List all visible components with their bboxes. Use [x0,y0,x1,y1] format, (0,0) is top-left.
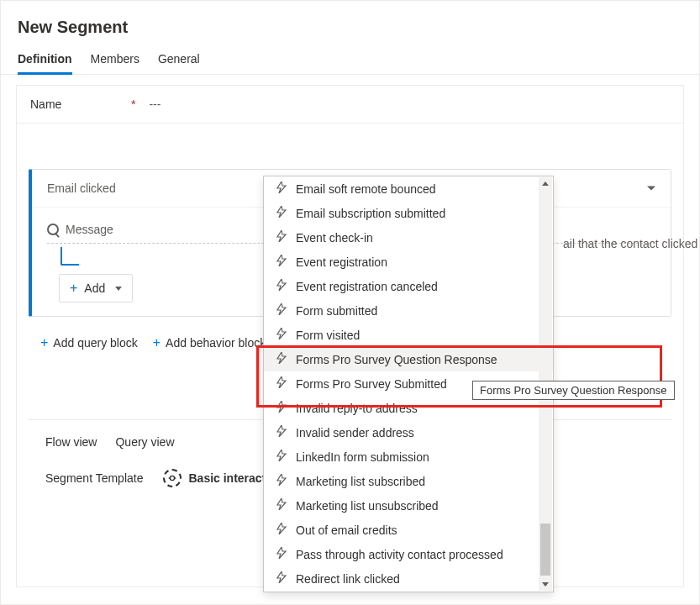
bolt-icon [276,352,287,366]
dropdown-option[interactable]: Form submitted [264,298,553,323]
bolt-icon [276,279,287,293]
dropdown-option-label: Invalid sender address [296,426,414,439]
dropdown-option[interactable]: Out of email credits [264,518,553,542]
bolt-icon [276,547,287,561]
dropdown-option[interactable]: Invalid sender address [264,420,553,445]
dropdown-option[interactable]: Email soft remote bounced [264,176,553,201]
name-field-row: Name * --- [17,86,683,124]
dropdown-option[interactable]: Event registration [264,250,553,274]
dropdown-option-label: Marketing list unsubscribed [296,499,439,513]
tab-members[interactable]: Members [91,52,139,74]
dropdown-option-label: Out of email credits [296,523,397,537]
add-behavior-block-button[interactable]: + Add behavior block [153,335,266,350]
dropdown-option-label: Form submitted [296,304,377,318]
dropdown-option-label: Marketing list subscribed [296,475,425,488]
name-value[interactable]: --- [149,97,161,111]
bolt-icon [276,474,287,488]
chevron-down-icon [115,287,122,291]
bolt-icon [276,328,287,342]
dropdown-option[interactable]: Form visited [264,323,553,347]
dropdown-option-label: Forms Pro Survey Question Response [296,353,497,366]
bolt-icon [276,255,287,269]
dropdown-option[interactable]: Marketing list subscribed [264,469,553,493]
bolt-icon [276,230,287,245]
dropdown-option-label: LinkedIn form submission [296,450,429,464]
tooltip: Forms Pro Survey Question Response [472,381,675,400]
lookup-placeholder: Message [66,223,113,236]
add-condition-button[interactable]: + Add [59,274,133,302]
bolt-icon [276,425,287,439]
query-view-button[interactable]: Query view [115,435,174,449]
dropdown-option-label: Invalid reply-to address [296,402,418,415]
bolt-icon [276,498,287,513]
dropdown-option-label: Event registration canceled [296,280,438,293]
dropdown-option-label: Email soft remote bounced [296,182,436,196]
interaction-selected: Email clicked [47,182,116,195]
tabs: Definition Members General [1,52,699,75]
dropdown-option-label: Redirect link clicked [296,572,400,586]
scroll-thumb[interactable] [540,523,550,576]
scroll-up-arrow[interactable] [542,182,549,186]
svg-point-0 [171,476,175,480]
required-indicator: * [131,97,135,111]
dropdown-option[interactable]: LinkedIn form submission [264,445,553,469]
plus-icon: + [70,281,77,296]
dropdown-option-label: Email subscription submitted [296,207,445,220]
dropdown-option[interactable]: Marketing list unsubscribed [264,493,553,518]
bolt-icon [276,401,287,415]
bolt-icon [276,182,287,196]
plus-icon: + [40,335,48,350]
dropdown-option-label: Event registration [296,255,387,269]
bolt-icon [276,523,287,537]
bolt-icon [276,571,287,586]
dropdown-option[interactable]: Event check-in [264,225,553,250]
scroll-down-arrow[interactable] [542,582,549,587]
dropdown-option[interactable]: Pass through activity contact processed [264,542,553,566]
dropdown-option-label: Pass through activity contact processed [296,548,503,561]
dropdown-option-label: Form visited [296,329,360,342]
plus-icon: + [153,335,161,350]
add-query-block-button[interactable]: + Add query block [40,335,138,350]
dropdown-option-label: Event check-in [296,231,373,245]
name-label: Name [30,97,131,111]
dropdown-option-label: Forms Pro Survey Submitted [296,377,447,391]
dropdown-option[interactable]: Redirect link clicked [264,566,553,591]
add-button-label: Add [84,281,105,295]
template-icon [163,469,182,487]
dropdown-option[interactable]: Event registration canceled [264,274,553,298]
hint-text: ail that the contact clicked on [563,237,700,250]
connector-line [61,247,79,266]
bolt-icon [276,303,287,318]
bolt-icon [276,450,287,464]
chevron-down-icon [647,186,655,190]
bolt-icon [276,376,287,391]
flow-view-button[interactable]: Flow view [45,435,97,449]
segment-template-label: Segment Template [45,471,143,485]
bolt-icon [276,206,287,220]
page-title: New Segment [1,1,699,52]
tab-general[interactable]: General [158,52,200,74]
tab-definition[interactable]: Definition [18,52,72,75]
dropdown-option[interactable]: Email subscription submitted [264,201,553,225]
search-icon [47,224,59,235]
dropdown-option[interactable]: Forms Pro Survey Question Response [264,347,553,371]
